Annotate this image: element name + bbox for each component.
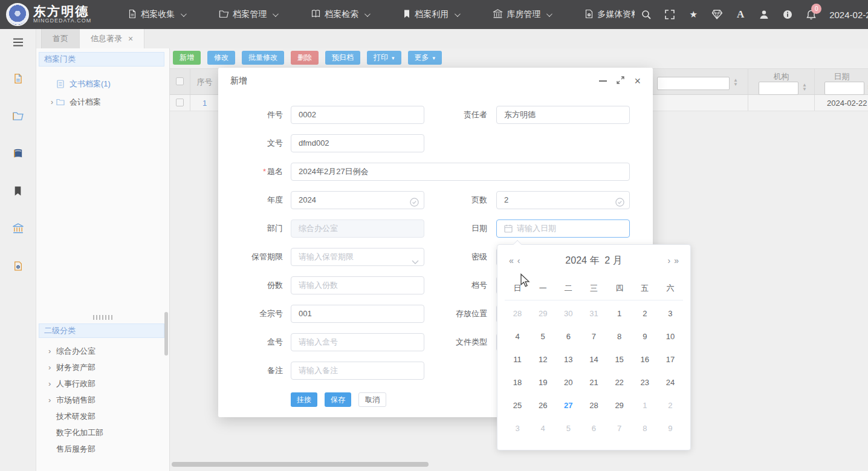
calendar-day[interactable]: 27 [561, 398, 575, 413]
retention-select[interactable]: 请输入保管期限 [291, 248, 424, 266]
calendar-day[interactable]: 13 [561, 352, 575, 367]
calendar-day[interactable]: 24 [663, 375, 678, 390]
calendar-day[interactable]: 5 [536, 330, 550, 344]
calendar-day[interactable]: 18 [510, 375, 525, 390]
calendar-day[interactable]: 9 [663, 421, 678, 436]
list-item[interactable]: › 人事行政部 [36, 375, 169, 392]
notification-bell-icon[interactable]: 0 [806, 9, 817, 20]
calendar-day[interactable]: 5 [561, 421, 575, 436]
department-input[interactable]: 综合办公室 [291, 219, 424, 238]
year-input[interactable]: 2024 [291, 191, 424, 209]
calendar-day[interactable]: 20 [561, 375, 575, 390]
column-filter-input[interactable] [824, 82, 864, 95]
calendar-day[interactable]: 7 [586, 330, 601, 344]
fullscreen-icon[interactable] [664, 9, 675, 20]
remark-input[interactable]: 请输入备注 [291, 362, 424, 380]
toolbar-button[interactable]: 更多 ▾ [408, 51, 442, 65]
sidebar-scrollbar[interactable] [164, 312, 168, 356]
title-input[interactable]: 2024年2月27日例会 [291, 163, 630, 181]
calendar-day[interactable]: 11 [510, 352, 525, 367]
hamburger-menu-icon[interactable] [12, 36, 24, 48]
horizontal-scrollbar[interactable] [172, 462, 429, 467]
menu-archive-search[interactable]: 档案检索 [294, 0, 386, 29]
calendar-day[interactable]: 7 [612, 421, 627, 436]
copies-input[interactable]: 请输入份数 [291, 276, 424, 294]
info-icon[interactable] [782, 9, 793, 20]
toolbar-button[interactable]: 修改 [207, 51, 235, 65]
maximize-icon[interactable] [617, 76, 624, 86]
font-size-icon[interactable]: A [735, 9, 746, 20]
list-item[interactable]: › 财务资产部 [36, 359, 169, 375]
rail-use-icon[interactable] [12, 185, 24, 197]
menu-archive-manage[interactable]: 档案管理 [202, 0, 294, 29]
calendar-day[interactable]: 2 [638, 307, 652, 321]
tree-item-document-archive[interactable]: 文书档案(1) [36, 75, 169, 93]
list-item[interactable]: 售后服务部 [36, 441, 169, 457]
menu-archive-collect[interactable]: 档案收集 [111, 0, 202, 29]
column-filter-input[interactable] [759, 82, 798, 95]
calendar-day[interactable]: 6 [561, 330, 575, 344]
gem-icon[interactable] [711, 9, 722, 20]
rail-warehouse-icon[interactable] [12, 223, 24, 235]
tree-item-accounting-archive[interactable]: › 会计档案 [36, 93, 169, 111]
calendar-day[interactable]: 6 [586, 421, 601, 436]
select-all-checkbox[interactable] [176, 77, 184, 85]
prev-year-button[interactable]: « [507, 256, 516, 265]
calendar-day[interactable]: 9 [638, 330, 652, 344]
calendar-day[interactable]: 29 [612, 398, 627, 413]
cancel-button[interactable]: 取消 [358, 392, 386, 407]
prev-month-button[interactable]: ‹ [516, 256, 522, 265]
calendar-day[interactable]: 10 [663, 330, 678, 344]
box-no-input[interactable]: 请输入盒号 [291, 333, 424, 351]
list-item[interactable]: 数字化加工部 [36, 424, 169, 441]
list-item[interactable]: › 市场销售部 [36, 392, 169, 408]
row-index-link[interactable]: 1 [190, 95, 219, 111]
menu-multimedia[interactable]: 多媒体资料 [568, 0, 641, 29]
search-icon[interactable] [641, 9, 652, 20]
list-item[interactable]: 技术研发部 [36, 408, 169, 424]
rail-collect-icon[interactable] [12, 73, 24, 85]
calendar-day[interactable]: 8 [612, 330, 627, 344]
calendar-day[interactable]: 28 [510, 307, 525, 321]
star-icon[interactable]: ★ [688, 9, 699, 20]
close-icon[interactable]: × [128, 34, 133, 44]
close-icon[interactable]: × [634, 76, 641, 86]
calendar-day[interactable]: 29 [536, 307, 550, 321]
calendar-day[interactable]: 17 [663, 352, 678, 367]
month-label[interactable]: 2 月 [604, 255, 622, 265]
doc-no-input[interactable]: dfmd002 [291, 134, 424, 152]
toolbar-button[interactable]: 预归档 [325, 51, 360, 65]
next-year-button[interactable]: » [672, 256, 681, 265]
menu-warehouse-manage[interactable]: 库房管理 [476, 0, 568, 29]
calendar-day[interactable]: 22 [612, 375, 627, 390]
user-icon[interactable] [759, 9, 769, 20]
year-label[interactable]: 2024 年 [565, 255, 599, 265]
responsible-input[interactable]: 东方明德 [496, 106, 630, 124]
calendar-day[interactable]: 8 [638, 421, 652, 436]
calendar-day[interactable]: 12 [536, 352, 550, 367]
toolbar-button[interactable]: 打印 ▾ [367, 51, 401, 65]
calendar-day[interactable]: 21 [586, 375, 601, 390]
row-checkbox[interactable] [176, 99, 184, 106]
chevron-right-icon[interactable]: › [48, 98, 56, 106]
calendar-day[interactable]: 30 [561, 307, 575, 321]
toolbar-button[interactable]: 批量修改 [242, 51, 284, 65]
calendar-day[interactable]: 3 [510, 421, 525, 436]
sort-control[interactable]: ▲▼ [733, 78, 738, 86]
calendar-day[interactable]: 26 [536, 398, 550, 413]
menu-archive-use[interactable]: 档案利用 [386, 0, 476, 29]
next-month-button[interactable]: › [666, 256, 673, 265]
fonds-no-input[interactable]: 001 [291, 305, 424, 323]
rail-search-icon[interactable] [12, 148, 24, 160]
tab-home[interactable]: 首页 [41, 29, 80, 48]
list-item[interactable]: › 综合办公室 [36, 343, 169, 359]
calendar-day[interactable]: 1 [612, 307, 627, 321]
toolbar-button[interactable]: 新增 [173, 51, 201, 65]
calendar-day[interactable]: 28 [586, 398, 601, 413]
calendar-day[interactable]: 16 [638, 352, 652, 367]
column-filter-input[interactable] [657, 77, 730, 90]
minimize-icon[interactable] [599, 80, 607, 82]
rail-manage-icon[interactable] [12, 110, 24, 122]
rail-multimedia-icon[interactable] [12, 260, 24, 272]
calendar-day[interactable]: 2 [663, 398, 678, 413]
